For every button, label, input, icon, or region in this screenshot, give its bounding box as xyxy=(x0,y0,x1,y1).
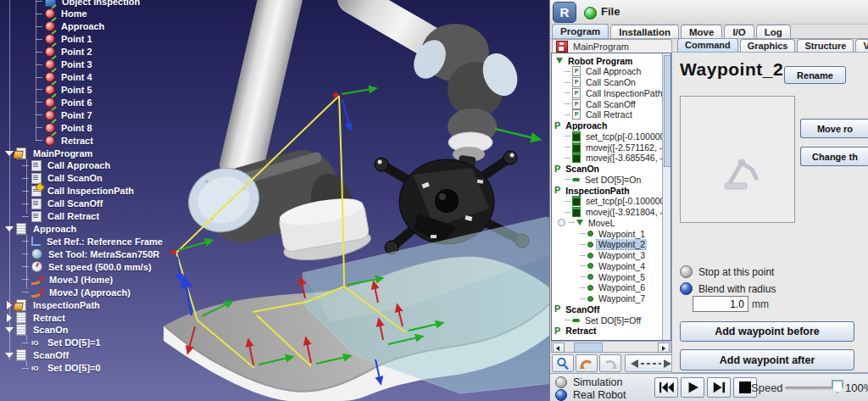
tree-item-scanon[interactable]: ScanOn xyxy=(4,324,69,337)
real-robot-radio[interactable]: Real Robot xyxy=(555,389,626,401)
program-node-scanon[interactable]: PScanOn xyxy=(554,164,601,175)
step-forward-button[interactable] xyxy=(707,377,731,398)
scroll-right-icon[interactable] xyxy=(658,343,670,353)
redo-button[interactable] xyxy=(599,354,621,372)
program-node-call-retract[interactable]: PCall Retract xyxy=(554,109,634,120)
program-node-waypoint-2[interactable]: Waypoint_2 xyxy=(554,239,647,250)
collapse-handle-icon[interactable] xyxy=(558,219,565,226)
program-node-call-scanon[interactable]: PCall ScanOn xyxy=(554,77,637,88)
tree-connector xyxy=(22,292,29,292)
program-node-movel[interactable]: MoveL xyxy=(554,217,617,228)
tree-item-set-do-5-0[interactable]: IOSet DO[5]=0 xyxy=(22,362,101,375)
program-node-scanoff[interactable]: PScanOff xyxy=(554,304,602,315)
stop-at-point-radio[interactable]: Stop at this point xyxy=(680,265,774,278)
tree-item-scanoff[interactable]: ScanOff xyxy=(4,349,69,362)
blend-radius-input[interactable] xyxy=(693,296,748,312)
tree-item-point-1[interactable]: Point 1 xyxy=(36,33,92,46)
tree-item-home[interactable]: Home xyxy=(36,8,87,20)
expand-icon[interactable] xyxy=(4,314,14,322)
radio-on-icon xyxy=(680,282,693,295)
play-button[interactable] xyxy=(681,377,704,398)
tree-item-label: Set Tool: MetraScan750R xyxy=(48,249,159,259)
program-node-set-tcp-p-0-100000-0[interactable]: set_tcp(p[-0.100000, 0 xyxy=(554,196,671,207)
program-node-set-do-5-on[interactable]: Set DO[5]=On xyxy=(554,174,643,185)
tree-item-point-4[interactable]: Point 4 xyxy=(36,71,92,84)
program-node-inspectionpath[interactable]: PInspectionPath xyxy=(554,185,632,196)
file-menu[interactable]: File xyxy=(601,5,620,18)
tree-item-call-retract[interactable]: Call Retract xyxy=(22,210,99,223)
tab-graphics[interactable]: Graphics xyxy=(740,39,796,53)
scroll-left-icon[interactable] xyxy=(553,343,565,353)
program-node-movej-3-685546-1-5[interactable]: movej([-3.685546, -1.5 xyxy=(554,153,671,164)
horizontal-scrollbar[interactable] xyxy=(551,341,671,353)
rename-button[interactable]: Rename xyxy=(784,66,846,84)
tree-item-call-approach[interactable]: Call Approach xyxy=(22,159,110,172)
tree-connector xyxy=(580,276,586,277)
tab-command[interactable]: Command xyxy=(677,38,738,53)
tree-item-point-3[interactable]: Point 3 xyxy=(36,58,92,71)
tab-var[interactable]: Var xyxy=(855,39,868,53)
tree-item-set-speed-500-0-mm-s-[interactable]: Set speed (500.0 mm/s) xyxy=(22,260,152,273)
speed-slider[interactable] xyxy=(785,387,834,390)
tree-item-approach[interactable]: Approach xyxy=(36,20,104,33)
program-file-tab[interactable]: MainProgram xyxy=(552,39,672,53)
tree-item-call-scanoff[interactable]: Call ScanOff xyxy=(22,198,103,210)
add-waypoint-before-button[interactable]: Add waypoint before xyxy=(680,321,854,342)
tree-item-movej-home-[interactable]: MoveJ (Home) xyxy=(22,273,113,286)
program-node-waypoint-6[interactable]: Waypoint_6 xyxy=(554,282,647,293)
tree-item-call-scanon[interactable]: Call ScanOn xyxy=(22,172,103,185)
program-node-waypoint-7[interactable]: Waypoint_7 xyxy=(554,293,647,304)
search-button[interactable] xyxy=(552,354,574,372)
tree-item-point-5[interactable]: Point 5 xyxy=(36,83,92,96)
tree-item-mainprogram[interactable]: MainProgram xyxy=(4,147,92,159)
tree-item-point-6[interactable]: Point 6 xyxy=(36,96,92,109)
scrollbar-thumb[interactable] xyxy=(664,55,671,167)
step-navigation-button[interactable] xyxy=(625,354,677,372)
robot-preview xyxy=(680,96,795,223)
tree-item-retract[interactable]: Retract xyxy=(4,311,65,324)
program-node-approach[interactable]: PApproach xyxy=(554,120,609,131)
blend-radius-radio[interactable]: Blend with radius xyxy=(680,282,776,295)
speed-slider-thumb[interactable] xyxy=(832,380,843,393)
program-node-robot-program[interactable]: Robot Program xyxy=(554,55,634,66)
tree-item-approach[interactable]: Approach xyxy=(4,223,76,236)
tree-item-set-ref-reference-frame[interactable]: Set Ref.: Reference Frame xyxy=(22,235,163,248)
simulation-radio[interactable]: Simulation xyxy=(555,376,622,388)
program-node-movej-2-571162-1-1[interactable]: movej([-2.571162, -1.1 xyxy=(554,142,671,153)
tree-connector xyxy=(22,191,29,192)
program-node-set-tcp-p-0-100000-0[interactable]: set_tcp(p[-0.100000, 0 xyxy=(554,131,671,142)
move-robot-button[interactable]: Move ro xyxy=(800,119,868,138)
program-node-waypoint-5[interactable]: Waypoint_5 xyxy=(554,271,647,282)
tree-connector xyxy=(36,140,42,141)
vertical-scrollbar[interactable] xyxy=(662,53,670,340)
program-node-call-inspectionpath[interactable]: PCall InspectionPath xyxy=(554,87,664,98)
tree-item-retract[interactable]: Retract xyxy=(36,134,93,147)
collapse-icon[interactable] xyxy=(4,326,14,334)
undo-button[interactable] xyxy=(576,354,598,372)
tree-item-set-tool-metrascan750r[interactable]: Set Tool: MetraScan750R xyxy=(22,248,159,260)
tree-item-call-inspectionpath[interactable]: Call InspectionPath xyxy=(22,185,134,198)
change-waypoint-button[interactable]: Change th xyxy=(800,147,868,166)
tree-item-point-2[interactable]: Point 2 xyxy=(36,46,92,58)
skip-to-start-button[interactable] xyxy=(654,377,678,398)
tree-item-point-8[interactable]: Point 8 xyxy=(36,121,92,134)
program-node-set-do-5-off[interactable]: Set DO[5]=Off xyxy=(554,315,643,326)
program-node-retract[interactable]: PRetract xyxy=(554,326,598,337)
program-node-waypoint-4[interactable]: Waypoint_4 xyxy=(554,260,647,271)
viewport-3d[interactable]: Object InspectionHomeApproachPoint 1Poin… xyxy=(0,0,549,401)
program-node-call-scanoff[interactable]: PCall ScanOff xyxy=(554,98,637,109)
program-node-waypoint-1[interactable]: Waypoint_1 xyxy=(554,228,647,239)
tree-item-set-do-5-1[interactable]: IOSet DO[5]=1 xyxy=(22,337,101,349)
tree-item-label: Set DO[5]=1 xyxy=(47,337,101,348)
program-node-movej-3-921804-2-0[interactable]: movej([-3.921804, -2.0 xyxy=(554,207,671,218)
tab-structure[interactable]: Structure xyxy=(797,39,854,53)
program-node-waypoint-3[interactable]: Waypoint_3 xyxy=(554,250,647,261)
collapse-icon[interactable] xyxy=(4,351,14,359)
add-waypoint-after-button[interactable]: Add waypoint after xyxy=(680,349,854,370)
tree-item-inspectionpath[interactable]: InspectionPath xyxy=(4,298,100,311)
tree-item-point-7[interactable]: Point 7 xyxy=(36,109,92,121)
program-node-call-approach[interactable]: PCall Approach xyxy=(554,66,643,77)
collapse-icon[interactable] xyxy=(4,225,14,233)
tree-item-movej-approach-[interactable]: MoveJ (Approach) xyxy=(22,286,131,298)
scrollbar-thumb[interactable] xyxy=(574,343,603,353)
